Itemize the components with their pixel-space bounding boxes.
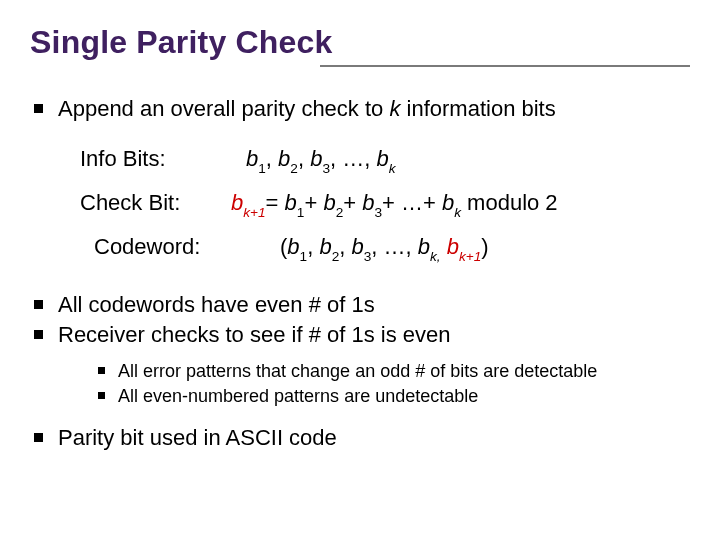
bullet-receiver-check: Receiver checks to see if # of 1s is eve… [30,321,690,408]
slide-title: Single Parity Check [30,24,690,61]
bullet-ascii-parity: Parity bit used in ASCII code [30,424,690,453]
row-codeword: Codeword: (b1, b2, b3, …, bk, bk+1) [80,234,690,262]
value-check-bit: bk+1= b1+ b2+ b3+ …+ bk modulo 2 [231,190,690,218]
title-underline [320,65,690,67]
bullet-append-pre: Append an overall parity check to [58,96,389,121]
label-info-bits: Info Bits: [80,146,246,172]
definitions-block: Info Bits: b1, b2, b3, …, bk Check Bit: … [80,146,690,263]
bullet-append-post: information bits [400,96,555,121]
value-info-bits: b1, b2, b3, …, bk [246,146,690,174]
label-codeword: Codeword: [80,234,280,260]
sub-bullet-detectable: All error patterns that change an odd # … [96,360,690,383]
value-codeword: (b1, b2, b3, …, bk, bk+1) [280,234,690,262]
sub-bullet-list: All error patterns that change an odd # … [58,360,690,408]
row-check-bit: Check Bit: bk+1= b1+ b2+ b3+ …+ bk modul… [80,190,690,218]
var-k: k [389,96,400,121]
row-info-bits: Info Bits: b1, b2, b3, …, bk [80,146,690,174]
sub-bullet-undetectable: All even-numbered patterns are undetecta… [96,385,690,408]
label-check-bit: Check Bit: [80,190,231,216]
bullet-append: Append an overall parity check to k info… [30,95,690,124]
bullet-list-2: All codewords have even # of 1s Receiver… [30,291,690,453]
slide: Single Parity Check Append an overall pa… [0,0,720,540]
bullet-even-ones: All codewords have even # of 1s [30,291,690,320]
bullet-list-1: Append an overall parity check to k info… [30,95,690,124]
